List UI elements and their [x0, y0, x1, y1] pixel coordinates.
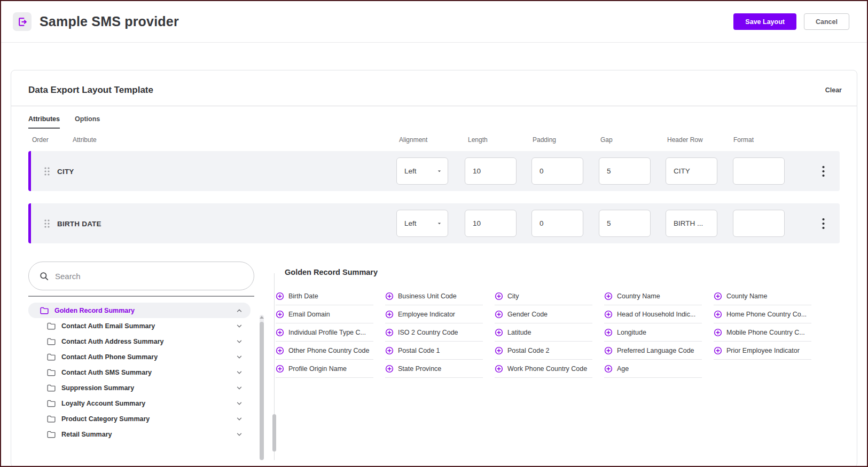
- tree-item[interactable]: Contact Auth Email Summary: [28, 318, 251, 334]
- tree-item[interactable]: Product Category Summary: [28, 411, 251, 426]
- chevron-icon[interactable]: [236, 322, 243, 330]
- tree-item[interactable]: Loyalty Account Summary: [28, 395, 251, 411]
- add-plus-icon[interactable]: [385, 346, 394, 355]
- attribute-option[interactable]: Other Phone Country Code: [276, 342, 373, 360]
- add-plus-icon[interactable]: [714, 328, 722, 337]
- attribute-option[interactable]: Prior Employee Indicator: [714, 342, 811, 360]
- chevron-icon[interactable]: [236, 415, 243, 423]
- attribute-option[interactable]: Individual Profile Type C...: [276, 323, 373, 342]
- save-layout-button[interactable]: Save Layout: [733, 13, 796, 30]
- add-plus-icon[interactable]: [495, 310, 503, 319]
- format-input[interactable]: [733, 210, 785, 237]
- tab[interactable]: Attributes: [28, 115, 60, 129]
- chevron-icon[interactable]: [236, 400, 243, 407]
- attribute-option[interactable]: Country Name: [604, 287, 702, 305]
- add-plus-icon[interactable]: [604, 328, 613, 337]
- cancel-button[interactable]: Cancel: [804, 13, 849, 30]
- chevron-icon[interactable]: [236, 353, 243, 361]
- tab[interactable]: Options: [75, 115, 100, 129]
- search-box[interactable]: [28, 262, 254, 290]
- attribute-option-label: Longitude: [617, 329, 646, 336]
- add-plus-icon[interactable]: [495, 346, 503, 355]
- add-plus-icon[interactable]: [385, 365, 394, 373]
- attribute-option[interactable]: Head of Household Indic...: [604, 305, 702, 323]
- add-plus-icon[interactable]: [604, 292, 613, 300]
- gap-input[interactable]: [599, 210, 651, 237]
- attribute-option[interactable]: State Province: [385, 360, 483, 378]
- attribute-option[interactable]: Employee Indicator: [385, 305, 483, 323]
- add-plus-icon[interactable]: [495, 292, 503, 300]
- clear-link[interactable]: Clear: [825, 86, 842, 94]
- add-plus-icon[interactable]: [604, 346, 613, 355]
- tree-item[interactable]: Retail Summary: [28, 426, 251, 442]
- add-plus-icon[interactable]: [276, 346, 284, 355]
- add-plus-icon[interactable]: [495, 365, 503, 373]
- tree-item-label: Loyalty Account Summary: [61, 400, 145, 407]
- scroll-up-arrow-icon[interactable]: [260, 316, 264, 319]
- folder-icon: [47, 415, 56, 423]
- attribute-option[interactable]: Longitude: [604, 323, 702, 342]
- attribute-option[interactable]: Email Domain: [276, 305, 373, 323]
- attribute-option[interactable]: Postal Code 1: [385, 342, 483, 360]
- drag-handle-icon[interactable]: [43, 166, 51, 177]
- row-menu-kebab-icon[interactable]: [822, 218, 825, 229]
- chevron-icon[interactable]: [236, 369, 243, 376]
- attribute-option[interactable]: County Name: [714, 287, 811, 305]
- attribute-option[interactable]: Gender Code: [495, 305, 592, 323]
- search-input[interactable]: [55, 272, 245, 281]
- attribute-option[interactable]: City: [495, 287, 592, 305]
- tree-item[interactable]: Contact Auth SMS Summary: [28, 365, 251, 380]
- tree-item[interactable]: Golden Record Summary: [28, 303, 251, 318]
- panel-scrollbar-thumb[interactable]: [272, 414, 276, 452]
- attribute-option[interactable]: Latitude: [495, 323, 592, 342]
- length-input[interactable]: [465, 210, 517, 237]
- chevron-icon[interactable]: [236, 431, 243, 438]
- attribute-option[interactable]: Work Phone Country Code: [495, 360, 592, 378]
- alignment-select[interactable]: Left: [396, 157, 448, 185]
- add-plus-icon[interactable]: [714, 310, 722, 319]
- add-plus-icon[interactable]: [385, 328, 394, 337]
- tree-item[interactable]: Contact Auth Phone Summary: [28, 349, 251, 365]
- row-menu-kebab-icon[interactable]: [822, 165, 825, 177]
- chevron-icon[interactable]: [236, 384, 243, 392]
- header-row-input[interactable]: [666, 210, 717, 237]
- attribute-option[interactable]: Profile Origin Name: [276, 360, 373, 378]
- gap-input[interactable]: [599, 157, 651, 185]
- add-plus-icon[interactable]: [714, 346, 722, 355]
- length-input[interactable]: [465, 157, 517, 185]
- attribute-option[interactable]: Preferred Language Code: [604, 342, 702, 360]
- attribute-option[interactable]: Home Phone Country Co...: [714, 305, 811, 323]
- attribute-option-label: Age: [617, 365, 629, 373]
- attribute-option[interactable]: Birth Date: [276, 287, 373, 305]
- attribute-option-label: Gender Code: [507, 311, 548, 318]
- tree-scrollbar[interactable]: [260, 315, 264, 460]
- header-row-input[interactable]: [666, 157, 717, 185]
- add-plus-icon[interactable]: [385, 292, 394, 300]
- tree-scrollbar-thumb[interactable]: [260, 322, 264, 460]
- attribute-option[interactable]: ISO 2 Country Code: [385, 323, 483, 342]
- format-input[interactable]: [733, 157, 785, 185]
- add-plus-icon[interactable]: [604, 365, 613, 373]
- chevron-icon[interactable]: [236, 307, 243, 314]
- attribute-option-label: Individual Profile Type C...: [288, 329, 366, 336]
- attribute-option[interactable]: Business Unit Code: [385, 287, 483, 305]
- attribute-option[interactable]: Postal Code 2: [495, 342, 592, 360]
- chevron-icon[interactable]: [236, 338, 243, 345]
- drag-handle-icon[interactable]: [43, 218, 51, 229]
- add-plus-icon[interactable]: [276, 310, 284, 319]
- padding-input[interactable]: [531, 210, 583, 237]
- add-plus-icon[interactable]: [276, 292, 284, 300]
- padding-input[interactable]: [531, 157, 583, 185]
- alignment-select[interactable]: Left: [396, 210, 448, 237]
- add-plus-icon[interactable]: [276, 328, 284, 337]
- attribute-option[interactable]: Age: [604, 360, 702, 378]
- attribute-option[interactable]: Mobile Phone Country C...: [714, 323, 811, 342]
- add-plus-icon[interactable]: [495, 328, 503, 337]
- tree-item[interactable]: Contact Auth Address Summary: [28, 334, 251, 349]
- add-plus-icon[interactable]: [276, 365, 284, 373]
- add-plus-icon[interactable]: [714, 292, 722, 300]
- column-header-attribute: Attribute: [73, 136, 97, 144]
- tree-item[interactable]: Suppression Summary: [28, 380, 251, 395]
- add-plus-icon[interactable]: [604, 310, 613, 319]
- add-plus-icon[interactable]: [385, 310, 394, 319]
